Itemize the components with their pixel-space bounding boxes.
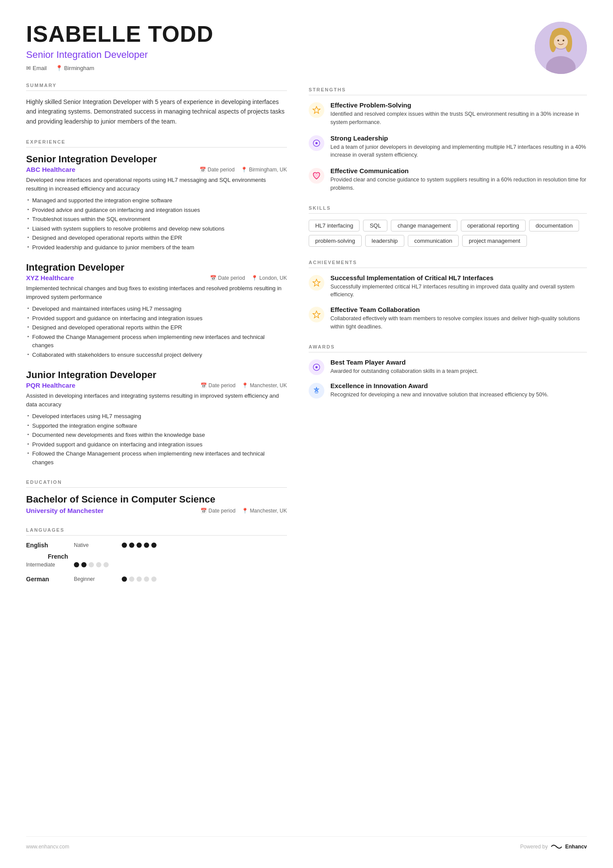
bullet: Collaborated with stakeholders to ensure… [26,351,287,359]
pin-icon-3: 📍 [242,382,248,389]
contact-row: ✉ Email 📍 Birmingham [26,65,213,71]
education-section: EDUCATION Bachelor of Science in Compute… [26,479,287,514]
award-content-1: Best Team Player Award Awarded for outst… [330,359,478,375]
summary-section-title: SUMMARY [26,83,287,91]
bullet: Troubleshot issues within the SQL enviro… [26,215,287,224]
experience-section: EXPERIENCE Senior Integration Developer … [26,139,287,466]
candidate-title: Senior Integration Developer [26,49,213,60]
skills-section: SKILLS HL7 interfacing SQL change manage… [309,205,587,247]
achievement-item-2: Effective Team Collaboration Collaborate… [309,306,587,331]
skill-tag: problem-solving [309,235,362,247]
dot [137,576,142,582]
dot [144,543,149,548]
svg-point-16 [316,366,318,368]
enhancv-logo-icon [550,843,563,851]
svg-point-7 [554,35,568,49]
location-contact: 📍 Birmingham [56,65,94,71]
bullet: Followed the Change Management process w… [26,333,287,350]
strength-item-2: Strong Leadership Led a team of junior d… [309,134,587,160]
languages-section-title: LANGUAGES [26,527,287,536]
achievements-section: ACHIEVEMENTS Successful Implementation o… [309,260,587,331]
dot [151,543,157,548]
achievements-section-title: ACHIEVEMENTS [309,260,587,268]
achievement-title-1: Successful Implementation of Critical HL… [330,274,587,282]
achievement-content-2: Effective Team Collaboration Collaborate… [330,306,587,331]
svg-point-12 [316,142,318,144]
awards-section: AWARDS Best Team Player Award Awarded fo… [309,344,587,399]
job-title-2: Integration Developer [26,262,287,273]
strength-title-2: Strong Leadership [330,134,587,142]
footer: www.enhancv.com Powered by Enhancv [26,836,587,851]
lang-name-german: German [26,576,65,583]
skill-tag: change management [391,220,457,231]
job-desc-1: Developed new interfaces and operational… [26,176,287,193]
languages-section: LANGUAGES English Native Fre [26,527,287,583]
achievement-item-1: Successful Implementation of Critical HL… [309,274,587,299]
award-desc-2: Recognized for developing a new and inno… [330,391,548,399]
award-desc-1: Awarded for outstanding collaboration sk… [330,367,478,375]
lang-level-french: Intermediate [26,562,65,568]
lang-row-german: German Beginner [26,576,287,583]
footer-url: www.enhancv.com [26,844,69,850]
summary-section: SUMMARY Highly skilled Senior Integratio… [26,83,287,126]
achievement-title-2: Effective Team Collaboration [330,306,587,313]
education-section-title: EDUCATION [26,479,287,488]
job-company-3: PQR Healthcare [26,382,75,389]
email-icon: ✉ [26,65,31,71]
job-company-1: ABC Healthcare [26,166,75,173]
strength-icon-1 [309,102,324,118]
skills-grid: HL7 interfacing SQL change management op… [309,220,587,247]
candidate-name: ISABELLE TODD [26,22,213,47]
strength-item-3: Effective Communication Provided clear a… [309,167,587,192]
dot [151,576,157,582]
job-bullets-1: Managed and supported the integration en… [26,196,287,251]
job-details-2: 📅 Date period 📍 London, UK [210,275,287,281]
strengths-section-title: STRENGTHS [309,87,587,95]
svg-point-8 [557,40,559,41]
skills-section-title: SKILLS [309,205,587,214]
job-location-2: 📍 London, UK [251,275,287,281]
dot [81,562,87,567]
bullet: Developed and maintained interfaces usin… [26,305,287,313]
lang-dots-german [122,576,157,582]
experience-section-title: EXPERIENCE [26,139,287,147]
lang-row-french: French Intermediate [26,553,109,568]
strength-item-1: Effective Problem-Solving Identified and… [309,101,587,127]
dot [122,543,127,548]
left-column: SUMMARY Highly skilled Senior Integratio… [26,83,287,828]
skill-tag: project management [462,235,527,247]
pin-icon-edu: 📍 [242,508,248,514]
bullet: Provided leadership and guidance to juni… [26,243,287,252]
dot [137,543,142,548]
lang-dots-french [74,562,109,567]
lang-name-english: English [26,542,65,549]
award-icon-2 [309,383,324,399]
skill-tag: leadership [365,235,404,247]
job-bullets-2: Developed and maintained interfaces usin… [26,305,287,359]
strength-content-3: Effective Communication Provided clear a… [330,167,587,192]
strength-content-2: Strong Leadership Led a team of junior d… [330,134,587,160]
job-item-1: Senior Integration Developer ABC Healthc… [26,154,287,251]
profile-photo [535,22,587,74]
strength-desc-2: Led a team of junior developers in devel… [330,143,587,160]
dot [96,562,101,567]
job-date-3: 📅 Date period [200,382,236,389]
svg-point-9 [563,40,564,41]
job-item-2: Integration Developer XYZ Healthcare 📅 D… [26,262,287,359]
lang-level-german: Beginner [74,576,113,582]
job-company-2: XYZ Healthcare [26,274,74,282]
bullet: Supported the integration engine softwar… [26,422,287,430]
job-title-1: Senior Integration Developer [26,154,287,165]
edu-location: 📍 Manchester, UK [242,508,287,514]
job-bullets-3: Developed interfaces using HL7 messaging… [26,412,287,466]
strengths-section: STRENGTHS Effective Problem-Solving Iden… [309,87,587,192]
pin-icon-1: 📍 [241,167,247,173]
award-content-2: Excellence in Innovation Award Recognize… [330,382,548,399]
dot [129,543,134,548]
main-content: SUMMARY Highly skilled Senior Integratio… [26,83,587,828]
edu-date: 📅 Date period [200,508,236,514]
award-item-1: Best Team Player Award Awarded for outst… [309,359,587,375]
footer-logo: Powered by Enhancv [520,843,587,851]
job-meta-1: ABC Healthcare 📅 Date period 📍 Birmingha… [26,166,287,173]
email-contact[interactable]: ✉ Email [26,65,47,71]
